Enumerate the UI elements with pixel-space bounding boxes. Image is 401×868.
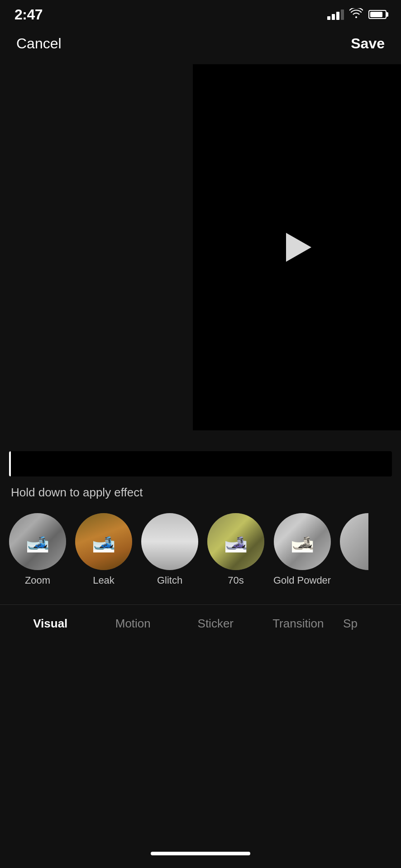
status-time: 2:47	[14, 6, 43, 23]
wifi-icon	[349, 8, 363, 21]
status-bar: 2:47	[0, 0, 401, 27]
gold-powder-thumbnail	[274, 513, 331, 570]
tab-sticker[interactable]: Sticker	[174, 609, 257, 638]
effect-circle-leak	[75, 513, 132, 570]
effect-circle-gold-powder	[274, 513, 331, 570]
glitch-thumbnail	[141, 513, 198, 570]
effect-item-glitch[interactable]: Glitch	[141, 513, 198, 586]
battery-fill	[370, 12, 382, 17]
tab-sp[interactable]: Sp	[339, 609, 392, 638]
effect-label-zoom: Zoom	[25, 575, 50, 586]
timeline-section: Hold down to apply effect	[0, 435, 401, 500]
play-icon	[286, 233, 311, 262]
tab-transition[interactable]: Transition	[257, 609, 340, 638]
signal-bar-4	[341, 9, 344, 20]
effect-label-70s: 70s	[228, 575, 243, 586]
effect-circle-70s	[207, 513, 264, 570]
top-navigation: Cancel Save	[0, 27, 401, 60]
effect-item-gold-powder[interactable]: Gold Powder	[273, 513, 331, 586]
timeline-indicator	[9, 451, 11, 476]
cancel-button[interactable]: Cancel	[16, 35, 62, 52]
signal-bar-2	[332, 14, 335, 20]
effect-item-leak[interactable]: Leak	[75, 513, 132, 586]
effect-label-gold-powder: Gold Powder	[273, 575, 331, 586]
timeline-bar[interactable]	[9, 451, 392, 476]
video-player[interactable]	[193, 64, 401, 430]
zoom-thumbnail	[9, 513, 66, 570]
signal-icon	[327, 9, 344, 20]
effect-item-70s[interactable]: 70s	[207, 513, 264, 586]
effect-item-zoom[interactable]: Zoom	[9, 513, 66, 586]
effect-circle-glitch	[141, 513, 198, 570]
battery-icon	[368, 10, 387, 19]
signal-bar-1	[327, 16, 330, 20]
effect-label-glitch: Glitch	[157, 575, 182, 586]
tab-motion[interactable]: Motion	[92, 609, 175, 638]
effect-circle-zoom	[9, 513, 66, 570]
signal-bar-3	[336, 12, 339, 20]
home-indicator	[0, 843, 401, 863]
status-icons	[327, 8, 387, 21]
category-tabs: Visual Motion Sticker Transition Sp	[0, 604, 401, 642]
effects-row: Zoom Leak Glitch 70s Gold Powder	[0, 500, 401, 595]
tab-visual[interactable]: Visual	[9, 609, 92, 638]
hold-text: Hold down to apply effect	[9, 486, 392, 500]
play-button[interactable]	[282, 233, 311, 262]
effect-label-leak: Leak	[93, 575, 115, 586]
effect-item-partial	[340, 513, 368, 575]
partial-circle	[340, 513, 368, 570]
home-bar	[151, 852, 250, 855]
save-button[interactable]: Save	[351, 35, 385, 52]
seventies-thumbnail	[207, 513, 264, 570]
leak-thumbnail	[75, 513, 132, 570]
